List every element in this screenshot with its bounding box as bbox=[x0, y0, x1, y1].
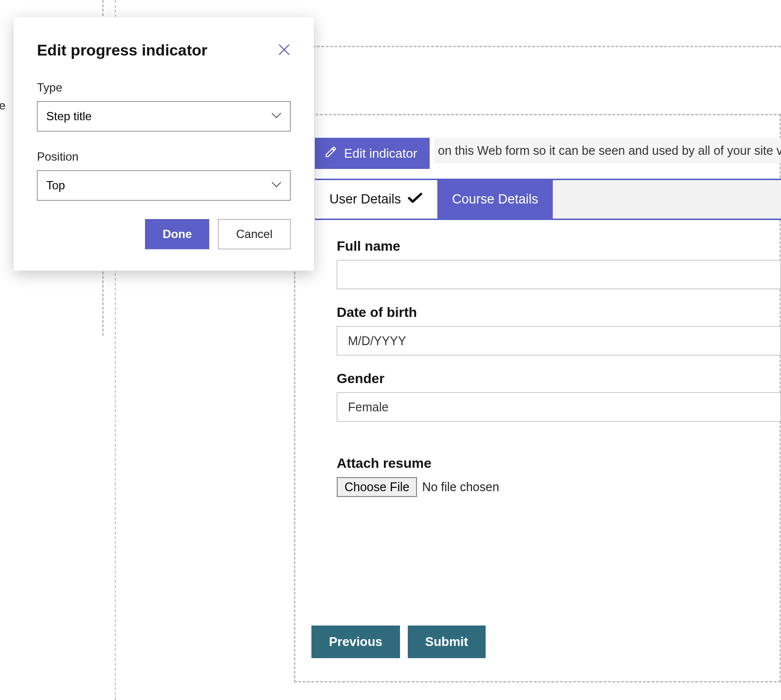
edit-indicator-button[interactable]: Edit indicator bbox=[315, 138, 430, 169]
cancel-button[interactable]: Cancel bbox=[218, 219, 291, 249]
info-banner-text: on this Web form so it can be seen and u… bbox=[438, 144, 781, 158]
edit-progress-indicator-modal: Edit progress indicator Type Position Do… bbox=[14, 17, 314, 271]
form-area: Full name Date of birth Gender Attach re… bbox=[337, 239, 781, 513]
progress-tabs: User Details Course Details bbox=[315, 179, 781, 220]
tab-user-details-label: User Details bbox=[329, 192, 401, 207]
full-name-label: Full name bbox=[337, 239, 781, 254]
tab-user-details[interactable]: User Details bbox=[315, 180, 437, 219]
previous-button[interactable]: Previous bbox=[311, 626, 400, 658]
full-name-input[interactable] bbox=[337, 260, 781, 289]
gender-label: Gender bbox=[337, 371, 781, 387]
dob-input[interactable] bbox=[337, 326, 781, 355]
type-label: Type bbox=[37, 81, 291, 94]
done-button[interactable]: Done bbox=[145, 219, 209, 249]
dob-label: Date of birth bbox=[337, 305, 781, 320]
close-icon bbox=[278, 49, 291, 57]
tab-course-details[interactable]: Course Details bbox=[437, 180, 553, 219]
pencil-icon bbox=[325, 146, 337, 162]
tab-course-details-label: Course Details bbox=[452, 192, 538, 207]
file-status-text: No file chosen bbox=[422, 480, 499, 494]
attach-resume-label: Attach resume bbox=[337, 456, 781, 471]
gender-select[interactable] bbox=[337, 392, 781, 422]
position-select[interactable] bbox=[37, 170, 291, 201]
type-select[interactable] bbox=[37, 101, 291, 131]
info-banner: on this Web form so it can be seen and u… bbox=[434, 138, 781, 163]
close-button[interactable] bbox=[278, 43, 291, 58]
choose-file-button[interactable]: Choose File bbox=[337, 477, 417, 497]
position-label: Position bbox=[37, 150, 291, 164]
truncated-text-left: e bbox=[0, 99, 5, 112]
modal-title: Edit progress indicator bbox=[37, 41, 207, 59]
form-nav-buttons: Previous Submit bbox=[311, 626, 486, 658]
check-icon bbox=[408, 192, 422, 207]
edit-indicator-label: Edit indicator bbox=[344, 146, 417, 161]
submit-button[interactable]: Submit bbox=[408, 626, 486, 658]
